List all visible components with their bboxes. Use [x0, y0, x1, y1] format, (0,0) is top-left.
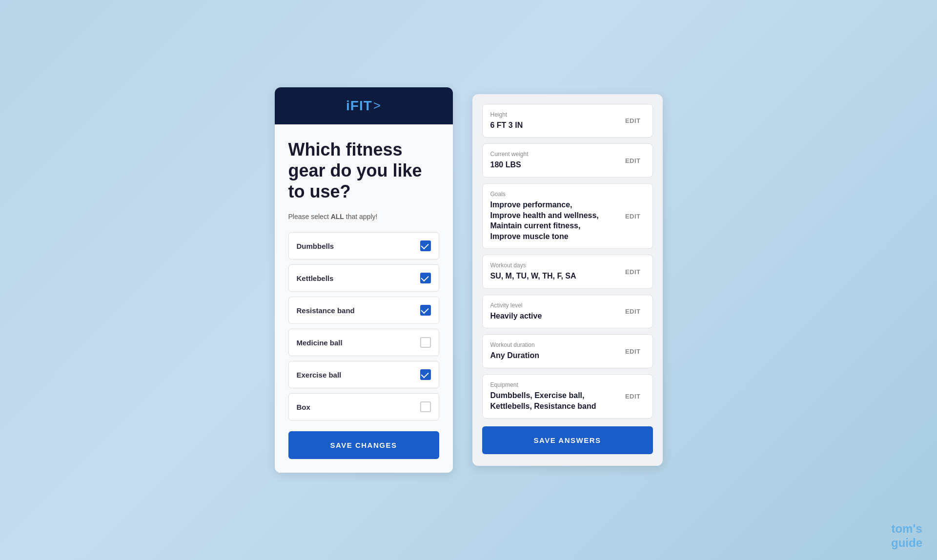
info-card-content-6: Equipment Dumbbells, Exercise ball,Kettl… — [490, 381, 621, 411]
equipment-label-0: Dumbbells — [297, 242, 334, 250]
info-label-0: Height — [490, 111, 621, 118]
info-card-0: Height 6 FT 3 IN EDIT — [482, 104, 653, 138]
info-label-1: Current weight — [490, 151, 621, 158]
edit-button-4[interactable]: EDIT — [621, 306, 645, 317]
equipment-item-4[interactable]: Exercise ball — [288, 361, 439, 388]
subtitle-post: that apply! — [344, 213, 378, 220]
info-value-0: 6 FT 3 IN — [490, 120, 621, 131]
info-value-6: Dumbbells, Exercise ball,Kettlebells, Re… — [490, 390, 621, 411]
info-card-3: Workout days SU, M, TU, W, TH, F, SA EDI… — [482, 255, 653, 289]
edit-button-3[interactable]: EDIT — [621, 266, 645, 278]
right-panel: Height 6 FT 3 IN EDIT Current weight 180… — [472, 94, 663, 466]
equipment-label-3: Medicine ball — [297, 339, 343, 347]
equipment-item-0[interactable]: Dumbbells — [288, 232, 439, 260]
info-card-4: Activity level Heavily active EDIT — [482, 295, 653, 329]
equipment-item-2[interactable]: Resistance band — [288, 297, 439, 324]
equipment-label-2: Resistance band — [297, 306, 355, 315]
info-card-5: Workout duration Any Duration EDIT — [482, 334, 653, 368]
info-label-5: Workout duration — [490, 341, 621, 348]
equipment-label-5: Box — [297, 403, 310, 411]
edit-button-0[interactable]: EDIT — [621, 115, 645, 126]
left-panel: iFIT > Which fitness gear do you like to… — [275, 87, 453, 473]
equipment-checkbox-5[interactable] — [420, 401, 431, 412]
info-card-content-1: Current weight 180 LBS — [490, 151, 621, 170]
ifit-logo-arrow: > — [373, 98, 381, 113]
equipment-label-1: Kettlebells — [297, 274, 334, 282]
info-label-2: Goals — [490, 191, 621, 198]
info-card-2: Goals Improve performance,Improve health… — [482, 183, 653, 249]
equipment-list: Dumbbells Kettlebells Resistance band Me… — [288, 232, 439, 420]
equipment-checkbox-0[interactable] — [420, 240, 431, 251]
equipment-item-3[interactable]: Medicine ball — [288, 329, 439, 356]
info-card-content-0: Height 6 FT 3 IN — [490, 111, 621, 131]
info-card-content-5: Workout duration Any Duration — [490, 341, 621, 361]
save-changes-button[interactable]: SAVE CHANGES — [288, 431, 439, 459]
subtitle-pre: Please select — [288, 213, 331, 220]
watermark: tom's guide — [891, 522, 922, 550]
info-label-6: Equipment — [490, 381, 621, 388]
panel-body: Which fitness gear do you like to use? P… — [275, 124, 453, 473]
equipment-label-4: Exercise ball — [297, 371, 342, 379]
subtitle-bold: ALL — [331, 213, 344, 220]
info-card-content-2: Goals Improve performance,Improve health… — [490, 191, 621, 241]
equipment-checkbox-3[interactable] — [420, 337, 431, 348]
info-card-content-4: Activity level Heavily active — [490, 302, 621, 321]
info-value-4: Heavily active — [490, 311, 621, 321]
ifit-logo: iFIT > — [346, 98, 381, 114]
equipment-item-1[interactable]: Kettlebells — [288, 264, 439, 292]
edit-button-1[interactable]: EDIT — [621, 155, 645, 166]
save-answers-button[interactable]: SAVE ANSWERS — [482, 426, 653, 454]
edit-button-2[interactable]: EDIT — [621, 211, 645, 222]
info-value-1: 180 LBS — [490, 160, 621, 170]
info-value-3: SU, M, TU, W, TH, F, SA — [490, 271, 621, 281]
ifit-logo-text: iFIT — [346, 98, 372, 114]
question-title: Which fitness gear do you like to use? — [288, 139, 439, 202]
info-value-5: Any Duration — [490, 350, 621, 361]
question-subtitle: Please select ALL that apply! — [288, 213, 439, 220]
panel-header: iFIT > — [275, 87, 453, 124]
equipment-checkbox-4[interactable] — [420, 369, 431, 380]
equipment-checkbox-1[interactable] — [420, 273, 431, 283]
info-card-content-3: Workout days SU, M, TU, W, TH, F, SA — [490, 262, 621, 281]
info-value-2: Improve performance,Improve health and w… — [490, 200, 621, 241]
equipment-checkbox-2[interactable] — [420, 305, 431, 316]
info-label-3: Workout days — [490, 262, 621, 269]
info-card-1: Current weight 180 LBS EDIT — [482, 143, 653, 178]
edit-button-5[interactable]: EDIT — [621, 346, 645, 357]
info-card-6: Equipment Dumbbells, Exercise ball,Kettl… — [482, 374, 653, 419]
edit-button-6[interactable]: EDIT — [621, 391, 645, 402]
equipment-item-5[interactable]: Box — [288, 393, 439, 420]
info-label-4: Activity level — [490, 302, 621, 309]
